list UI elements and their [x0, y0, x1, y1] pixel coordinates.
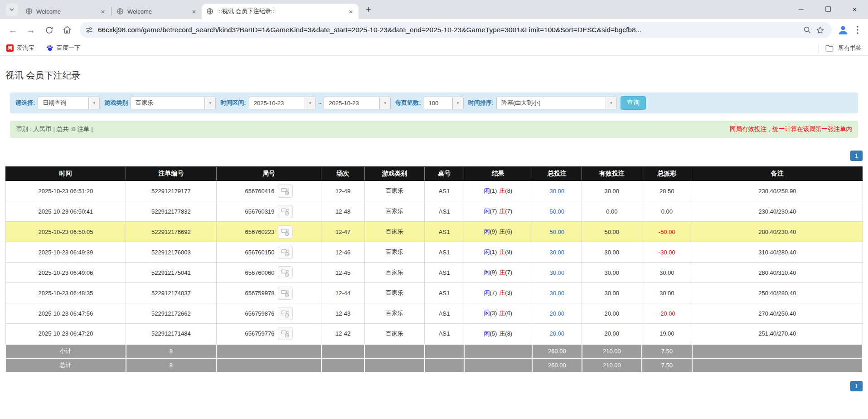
- date-start-select[interactable]: 2025-10-23 ▾: [249, 97, 316, 109]
- page-title: 视讯 会员下注纪录: [5, 69, 868, 82]
- result-player-points: (5): [490, 330, 497, 337]
- page-1-button[interactable]: 1: [850, 381, 863, 391]
- dropdown-arrow-icon[interactable]: ▾: [204, 97, 215, 109]
- bookmark-baidu[interactable]: 百度一下: [46, 44, 80, 52]
- cell-table-no: AS1: [425, 324, 464, 344]
- cell-session: 12-46: [321, 242, 364, 263]
- summary-total-bet: 260.00: [532, 344, 582, 358]
- cell-remark: 250.40/280.40: [692, 283, 863, 303]
- search-button[interactable]: 查询: [621, 96, 646, 110]
- empty-cell: [464, 358, 532, 372]
- dropdown-arrow-icon[interactable]: ▾: [305, 97, 315, 109]
- query-type-select[interactable]: 日期查询 ▾: [38, 97, 100, 109]
- window-close-button[interactable]: ×: [841, 0, 868, 18]
- forward-button[interactable]: →: [22, 21, 40, 39]
- profile-avatar[interactable]: [835, 22, 851, 38]
- date-end-select[interactable]: 2025-10-23 ▾: [324, 97, 391, 109]
- new-tab-button[interactable]: +: [362, 3, 375, 16]
- video-replay-button[interactable]: [278, 307, 293, 320]
- result-player: 闲: [484, 310, 490, 317]
- tab-close-icon[interactable]: ×: [99, 7, 107, 15]
- home-button[interactable]: [58, 21, 76, 39]
- cell-game-type: 百家乐: [364, 263, 424, 283]
- round-number: 656760150: [245, 249, 274, 256]
- pagination-bottom: 1: [5, 381, 863, 391]
- empty-cell: [364, 344, 424, 358]
- cell-payout: 30.00: [642, 263, 692, 283]
- col-header-payout: 总派彩: [642, 167, 692, 181]
- dropdown-arrow-icon[interactable]: ▾: [452, 97, 463, 109]
- reload-icon: [45, 26, 53, 34]
- table-row: 2025-10-23 06:51:20 522912179177 6567604…: [5, 181, 863, 201]
- all-bookmarks[interactable]: 所有书签: [819, 44, 862, 52]
- tab-separator: [111, 7, 112, 15]
- cell-bet-id: 522912179177: [126, 181, 217, 201]
- result-banker-points: (3): [505, 289, 512, 296]
- dropdown-arrow-icon[interactable]: ▾: [606, 97, 616, 109]
- result-banker-points: (8): [505, 187, 512, 194]
- video-replay-button[interactable]: [278, 287, 293, 300]
- back-button[interactable]: ←: [4, 21, 22, 39]
- dropdown-arrow-icon[interactable]: ▾: [88, 97, 99, 109]
- cell-table-no: AS1: [425, 201, 464, 222]
- video-replay-button[interactable]: [278, 185, 293, 198]
- reload-button[interactable]: [40, 21, 58, 39]
- site-settings-icon[interactable]: [85, 26, 93, 34]
- page-size-select[interactable]: 100 ▾: [424, 97, 464, 109]
- game-type-select[interactable]: 百家乐 ▾: [131, 97, 216, 109]
- result-player: 闲: [484, 248, 490, 255]
- tab-close-icon[interactable]: ×: [347, 7, 355, 15]
- bookmark-aitaobao[interactable]: 淘 爱淘宝: [6, 44, 34, 52]
- round-number: 656759876: [245, 310, 274, 317]
- tab-title: :::视讯 会员下注纪录:::: [217, 7, 343, 15]
- cell-bet-id: 522912177832: [126, 201, 217, 222]
- table-row: 2025-10-23 06:48:35 522912174037 6567599…: [5, 283, 863, 303]
- bookmark-star-icon[interactable]: [814, 24, 826, 36]
- window-minimize-button[interactable]: ─: [788, 0, 815, 18]
- round-number: 656759776: [245, 330, 274, 337]
- zoom-page-icon[interactable]: [801, 24, 814, 36]
- cell-result: 闲(9)庄(6): [464, 222, 532, 242]
- video-camera-icon: [281, 309, 290, 318]
- window-maximize-button[interactable]: [815, 0, 841, 18]
- browser-menu-button[interactable]: [851, 22, 864, 38]
- cell-session: 12-44: [321, 283, 364, 303]
- video-replay-button[interactable]: [278, 266, 293, 279]
- cell-game-type: 百家乐: [364, 242, 424, 263]
- table-row: 2025-10-23 06:47:56 522912172662 6567598…: [5, 303, 863, 324]
- tab-close-icon[interactable]: ×: [190, 7, 198, 15]
- url-text[interactable]: 66cxkj98.com/game/betrecord_search/kind3…: [98, 26, 801, 34]
- tab-bet-records-active[interactable]: :::视讯 会员下注纪录::: ×: [202, 4, 359, 19]
- video-replay-button[interactable]: [278, 327, 293, 340]
- tab-search-button[interactable]: [5, 3, 18, 16]
- cell-bet-id: 522912175041: [126, 263, 217, 283]
- result-player: 闲: [484, 330, 490, 337]
- cell-session: 12-47: [321, 222, 364, 242]
- address-bar[interactable]: 66cxkj98.com/game/betrecord_search/kind3…: [80, 22, 832, 38]
- col-header-time: 时间: [5, 167, 126, 181]
- col-header-result: 结果: [464, 167, 532, 181]
- cell-bet-id: 522912176692: [126, 222, 217, 242]
- result-player-points: (1): [490, 248, 497, 255]
- result-player-points: (9): [490, 228, 497, 235]
- cell-session: 12-49: [321, 181, 364, 201]
- cell-time: 2025-10-23 06:51:20: [5, 181, 126, 201]
- video-replay-button[interactable]: [278, 205, 293, 218]
- cell-round: 656760060: [216, 263, 321, 283]
- tab-welcome-1[interactable]: Welcome ×: [21, 4, 111, 19]
- tab-welcome-2[interactable]: Welcome ×: [112, 4, 202, 19]
- video-replay-button[interactable]: [278, 246, 293, 259]
- video-replay-button[interactable]: [278, 225, 293, 239]
- sort-select[interactable]: 降幂(由大到小) ▾: [496, 97, 617, 109]
- page-1-button[interactable]: 1: [850, 151, 863, 161]
- dropdown-arrow-icon[interactable]: ▾: [379, 97, 390, 109]
- person-icon: [837, 24, 849, 36]
- col-header-session: 场次: [321, 167, 364, 181]
- summary-valid-bet: 210.00: [582, 344, 642, 358]
- tab-title: Welcome: [36, 8, 95, 15]
- cell-table-no: AS1: [425, 283, 464, 303]
- globe-favicon-icon: [116, 8, 124, 15]
- cell-remark: 270.40/250.40: [692, 303, 863, 324]
- window-controls: ─ ×: [788, 0, 868, 18]
- cell-time: 2025-10-23 06:49:06: [5, 263, 126, 283]
